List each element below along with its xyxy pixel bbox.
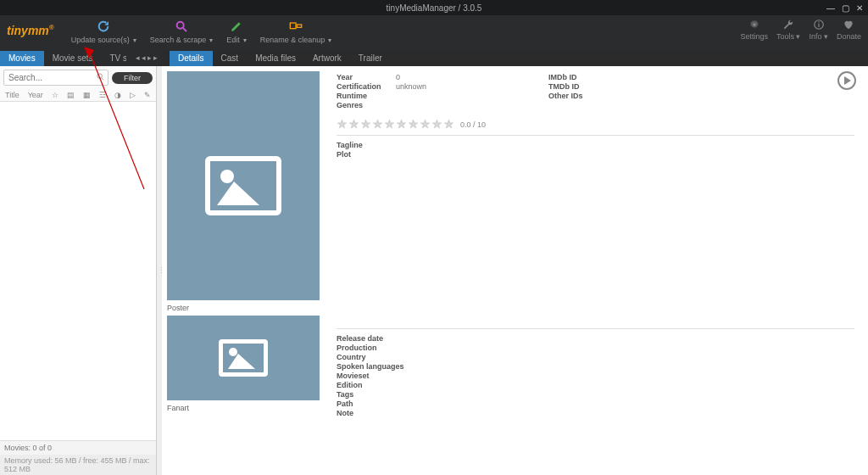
svg-rect-3 [297,25,301,27]
tab-scroll-arrows[interactable]: ◂◂▸▸ [132,51,161,66]
poster-label: Poster [167,304,318,312]
window-minimize-button[interactable]: — [826,3,835,13]
svg-point-7 [818,21,820,23]
svg-line-9 [102,78,103,80]
content-area: Filter Title Year ☆ ▤ ▦ ☲ ◑ ▷ ✎ Movies: … [0,66,868,475]
rename-cleanup-button[interactable]: Rename & cleanup [260,19,332,44]
filter-button[interactable]: Filter [112,72,153,84]
artwork-column: Poster Fanart [162,66,323,475]
detail-panel: Poster Fanart Year0 Certificationunknown… [162,66,868,475]
fanart-placeholder[interactable] [167,316,320,400]
movie-list-panel: Filter Title Year ☆ ▤ ▦ ☲ ◑ ▷ ✎ Movies: … [0,66,157,475]
fanart-label: Fanart [167,404,318,412]
main-toolbar: tinymm® Update source(s) Search & scrape… [0,15,868,51]
magnify-icon [175,20,188,33]
tab-media-files[interactable]: Media files [247,51,304,66]
note-label: Note [337,409,854,417]
col-image-icon[interactable]: ▦ [81,91,92,99]
svg-line-1 [183,28,186,31]
svg-rect-6 [818,24,819,27]
col-edit-icon[interactable]: ✎ [142,91,153,99]
col-watched-icon[interactable]: ◑ [113,91,123,99]
runtime-label: Runtime [337,92,396,100]
tab-cast[interactable]: Cast [213,51,248,66]
svg-rect-2 [290,23,296,29]
image-placeholder-icon [219,339,268,377]
search-scrape-button[interactable]: Search & scrape [150,19,214,44]
tab-movie-sets[interactable]: Movie sets [44,51,102,66]
window-close-button[interactable]: ✕ [856,3,863,13]
tab-details[interactable]: Details [170,51,213,66]
tagline-label: Tagline [337,141,396,149]
search-input[interactable] [3,70,108,86]
donate-button[interactable]: Donate [837,19,861,41]
status-memory: Memory used: 56 MB / free: 455 MB / max:… [0,455,156,475]
movieset-label: Movieset [337,372,854,380]
path-label: Path [337,400,854,408]
heart-icon [843,19,854,31]
detail-tabstrip: Details Cast Media files Artwork Trailer [170,51,391,66]
window-titlebar: tinyMediaManager / 3.0.5 — ▢ ✕ [0,0,868,15]
imdbid-label: IMDb ID [548,73,608,81]
rating-stars: 0.0 / 10 [337,119,854,130]
settings-button[interactable]: Settings [740,19,768,41]
col-play-icon[interactable]: ▷ [128,91,137,99]
tmdbid-label: TMDb ID [548,82,608,91]
metadata-column: Year0 Certificationunknown Runtime Genre… [323,66,868,475]
certification-label: Certification [337,82,396,91]
tab-artwork[interactable]: Artwork [304,51,350,66]
gear-icon [748,19,760,31]
poster-placeholder[interactable] [167,71,320,300]
release-date-label: Release date [337,334,854,343]
genres-label: Genres [337,101,396,109]
plot-label: Plot [337,150,396,159]
info-button[interactable]: Info ▾ [809,19,828,41]
image-placeholder-icon [205,156,281,215]
certification-value: unknown [396,82,426,91]
edit-button[interactable]: Edit [226,19,247,44]
splitter-handle[interactable] [157,66,162,475]
window-maximize-button[interactable]: ▢ [842,3,849,13]
play-button[interactable] [837,71,856,90]
refresh-icon [97,20,110,33]
window-title: tinyMediaManager / 3.0.5 [387,3,482,13]
library-tabstrip: Movies Movie sets TV shows ◂◂▸▸ [0,51,161,66]
spoken-languages-label: Spoken languages [337,362,854,371]
search-icon [96,72,105,83]
col-year[interactable]: Year [26,91,45,99]
app-logo: tinymm® [7,24,54,37]
col-nfo-icon[interactable]: ▤ [65,91,76,99]
svg-point-8 [97,74,103,79]
svg-point-0 [177,22,184,29]
edition-label: Edition [337,381,854,389]
update-sources-button[interactable]: Update source(s) [71,19,136,44]
tools-button[interactable]: Tools ▾ [776,19,801,41]
country-label: Country [337,353,854,361]
col-title[interactable]: Title [3,91,21,99]
production-label: Production [337,344,854,352]
list-column-headers: Title Year ☆ ▤ ▦ ☲ ◑ ▷ ✎ [0,89,156,102]
info-icon [813,19,825,31]
status-movie-count: Movies: 0 of 0 [0,440,156,455]
movie-list[interactable] [0,102,156,440]
wrench-icon [782,19,794,31]
tab-tv-shows[interactable]: TV shows [101,51,126,66]
tags-label: Tags [337,390,854,399]
year-label: Year [337,73,396,81]
col-star-icon[interactable]: ☆ [50,91,60,99]
col-subs-icon[interactable]: ☲ [97,91,108,99]
pencil-icon [230,20,243,33]
rating-value: 0.0 / 10 [460,120,486,129]
rename-icon [289,20,303,33]
otherids-label: Other IDs [548,92,608,100]
tab-movies[interactable]: Movies [0,51,44,66]
tab-trailer[interactable]: Trailer [350,51,391,66]
year-value: 0 [396,73,400,81]
